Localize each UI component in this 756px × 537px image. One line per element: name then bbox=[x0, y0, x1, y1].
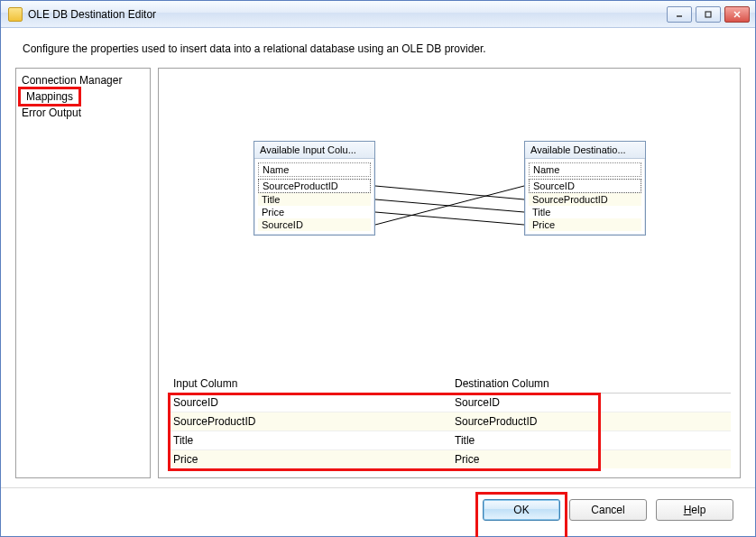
dest-col-item[interactable]: SourceProductID bbox=[529, 193, 641, 206]
mapping-row[interactable]: PricePrice bbox=[168, 450, 731, 469]
svg-line-7 bbox=[375, 186, 524, 225]
minimize-button[interactable] bbox=[667, 6, 692, 23]
dest-col-item[interactable]: Price bbox=[529, 218, 641, 231]
svg-line-6 bbox=[375, 212, 524, 225]
close-icon bbox=[733, 10, 742, 19]
mapping-cell-dest[interactable]: Title bbox=[449, 431, 731, 450]
input-col-item[interactable]: Title bbox=[258, 193, 371, 206]
mapping-table: Input Column Destination Column SourceID… bbox=[168, 375, 731, 468]
dialog-window: OLE DB Destination Editor Configure the … bbox=[0, 0, 756, 537]
window-title: OLE DB Destination Editor bbox=[28, 8, 667, 21]
mapping-th-dest[interactable]: Destination Column bbox=[449, 375, 731, 393]
help-button[interactable]: Help bbox=[656, 499, 733, 521]
nav-sidebar: Connection Manager Mappings Error Output bbox=[15, 68, 151, 478]
dialog-description: Configure the properties used to insert … bbox=[1, 28, 755, 68]
mapping-row[interactable]: TitleTitle bbox=[168, 431, 731, 450]
cancel-button[interactable]: Cancel bbox=[569, 499, 647, 521]
dest-col-item[interactable]: SourceID bbox=[529, 179, 641, 193]
available-destination-columns-box[interactable]: Available Destinatio... Name SourceID So… bbox=[524, 141, 646, 236]
dest-col-item[interactable]: Title bbox=[529, 206, 641, 218]
input-box-header: Name bbox=[258, 162, 371, 177]
mapping-cell-input[interactable]: SourceProductID bbox=[168, 412, 449, 431]
mapping-cell-input[interactable]: Price bbox=[168, 450, 449, 469]
maximize-icon bbox=[704, 10, 713, 19]
titlebar: OLE DB Destination Editor bbox=[1, 1, 755, 28]
mapping-cell-input[interactable]: SourceID bbox=[168, 393, 449, 412]
available-input-columns-box[interactable]: Available Input Colu... Name SourceProdu… bbox=[254, 141, 375, 236]
maximize-button[interactable] bbox=[696, 6, 721, 23]
mapping-cell-input[interactable]: Title bbox=[168, 431, 449, 450]
input-col-item[interactable]: SourceProductID bbox=[258, 179, 371, 193]
mapping-diagram: Available Input Colu... Name SourceProdu… bbox=[168, 78, 731, 375]
mapping-cell-dest[interactable]: SourceProductID bbox=[449, 412, 731, 431]
window-buttons bbox=[667, 6, 750, 23]
dialog-body: Connection Manager Mappings Error Output… bbox=[1, 68, 755, 487]
mapping-th-input[interactable]: Input Column bbox=[168, 375, 449, 393]
app-icon bbox=[8, 7, 23, 22]
dest-box-title: Available Destinatio... bbox=[525, 142, 645, 159]
svg-line-5 bbox=[375, 199, 524, 212]
dest-box-header: Name bbox=[529, 162, 641, 177]
mapping-cell-dest[interactable]: SourceID bbox=[449, 393, 731, 412]
connection-lines bbox=[168, 78, 731, 375]
mapping-cell-dest[interactable]: Price bbox=[449, 450, 731, 469]
main-panel: Available Input Colu... Name SourceProdu… bbox=[158, 68, 741, 478]
highlight-mappings: Mappings bbox=[18, 87, 81, 106]
mapping-row[interactable]: SourceIDSourceID bbox=[168, 393, 731, 412]
sidebar-item-error-output[interactable]: Error Output bbox=[16, 105, 150, 121]
svg-line-4 bbox=[375, 186, 524, 199]
sidebar-item-mappings[interactable]: Mappings bbox=[21, 89, 78, 104]
close-button[interactable] bbox=[724, 6, 750, 23]
svg-rect-1 bbox=[705, 12, 711, 17]
mapping-table-wrap: Input Column Destination Column SourceID… bbox=[168, 375, 731, 468]
input-box-title: Available Input Colu... bbox=[254, 142, 374, 159]
minimize-icon bbox=[675, 10, 684, 19]
dialog-footer: OK Cancel Help bbox=[1, 487, 755, 536]
highlight-ok bbox=[475, 492, 567, 537]
mapping-row[interactable]: SourceProductIDSourceProductID bbox=[168, 412, 731, 431]
input-col-item[interactable]: Price bbox=[258, 206, 371, 218]
input-col-item[interactable]: SourceID bbox=[258, 218, 371, 231]
